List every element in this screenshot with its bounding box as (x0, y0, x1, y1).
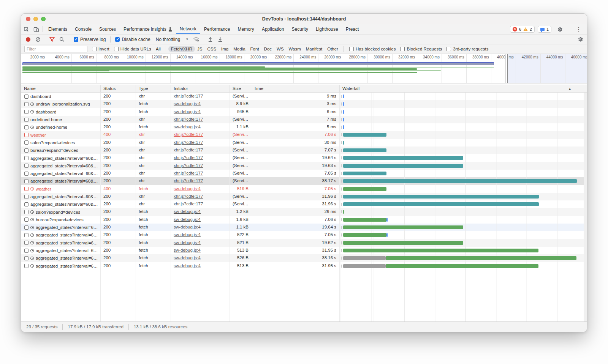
network-overview-timeline[interactable]: 2000 ms4000 ms6000 ms8000 ms10000 ms1200… (21, 54, 587, 84)
type-filter-all[interactable]: All (156, 47, 161, 51)
request-checkbox[interactable] (24, 210, 28, 214)
request-row[interactable]: aggregated_states?interval=60&…200xhrxhr… (21, 200, 587, 208)
request-checkbox[interactable] (24, 118, 28, 122)
checkbox-unchecked-icon[interactable] (92, 47, 97, 51)
column-header-time[interactable]: Time (251, 85, 340, 92)
close-window-button[interactable] (26, 17, 30, 21)
request-checkbox[interactable] (24, 195, 28, 199)
initiator-link[interactable]: xhr.js?cdfe:177 (174, 194, 203, 199)
hide-data-urls-label[interactable]: Hide data URLs (120, 47, 151, 51)
throttling-dropdown[interactable]: No throttling ▼ (156, 37, 189, 42)
request-row[interactable]: dashboard200xhrxhr.js?cdfe:177(Servi…9 m… (21, 93, 587, 100)
initiator-link[interactable]: xhr.js?cdfe:177 (174, 171, 203, 175)
minimize-window-button[interactable] (33, 17, 38, 21)
initiator-link[interactable]: xhr.js?cdfe:177 (174, 94, 203, 98)
request-row[interactable]: aggregated_states?interval=60&…200xhrxhr… (21, 170, 587, 177)
disable-cache-label[interactable]: Disable cache (122, 37, 150, 42)
type-filter-img[interactable]: Img (221, 47, 228, 51)
request-checkbox[interactable] (24, 164, 28, 168)
initiator-link[interactable]: sw-debug.js:4 (174, 109, 201, 114)
export-har-icon[interactable] (215, 35, 225, 44)
request-row[interactable]: undraw_personalization.svg200fetchsw-deb… (21, 100, 587, 108)
clear-network-log-button[interactable] (33, 35, 43, 44)
import-har-icon[interactable] (206, 35, 215, 44)
type-filter-wasm[interactable]: Wasm (289, 47, 301, 51)
request-row[interactable]: undefined-home200fetchsw-debug.js:41.1 k… (21, 123, 587, 131)
request-row[interactable]: salon?expand=devices200xhrxhr.js?cdfe:17… (21, 139, 587, 147)
type-filter-other[interactable]: Other (327, 47, 338, 51)
column-header-initiator[interactable]: Initiator (171, 85, 230, 92)
request-row[interactable]: dashboard200fetchsw-debug.js:4945 B6 ms (21, 108, 587, 116)
filter-funnel-icon[interactable] (48, 35, 57, 44)
request-checkbox[interactable] (24, 256, 28, 260)
blocked-requests-label[interactable]: Blocked Requests (407, 47, 442, 51)
request-row[interactable]: aggregated_states?interval=6…200fetchsw-… (21, 224, 587, 231)
type-filter-media[interactable]: Media (233, 47, 245, 51)
initiator-link[interactable]: sw-debug.js:4 (174, 255, 201, 260)
third-party-requests-checkbox[interactable]: 3rd-party requests (446, 47, 488, 51)
tab-application[interactable]: Application (258, 24, 288, 34)
preserve-log-checkbox[interactable]: Preserve log (74, 37, 106, 42)
type-filter-manifest[interactable]: Manifest (306, 47, 322, 51)
tab-network[interactable]: Network (176, 24, 200, 34)
request-row[interactable]: aggregated_states?interval=6…200fetchsw-… (21, 254, 587, 262)
overview-drag-handle[interactable] (505, 54, 508, 83)
tab-memory[interactable]: Memory (234, 24, 258, 34)
checkbox-unchecked-icon[interactable] (400, 47, 405, 51)
request-row[interactable]: aggregated_states?interval=6…200fetchsw-… (21, 247, 587, 254)
network-conditions-icon[interactable] (192, 35, 201, 44)
initiator-link[interactable]: xhr.js?cdfe:177 (174, 155, 203, 160)
initiator-link[interactable]: xhr.js?cdfe:177 (174, 148, 203, 152)
request-row[interactable]: aggregated_states?interval=60&…200xhrxhr… (21, 162, 587, 170)
request-checkbox[interactable] (24, 241, 28, 245)
type-filter-js[interactable]: JS (197, 47, 202, 51)
request-row[interactable]: undefined-home200xhrxhr.js?cdfe:177(Serv… (21, 116, 587, 123)
request-checkbox[interactable] (24, 233, 28, 237)
initiator-link[interactable]: sw-debug.js:4 (174, 240, 201, 245)
errors-warnings-badge[interactable]: ✕ 6 2 (510, 26, 535, 33)
initiator-link[interactable]: sw-debug.js:4 (174, 263, 201, 268)
column-header-status[interactable]: Status (101, 85, 136, 92)
type-filter-fetch-xhr[interactable]: Fetch/XHR (168, 46, 195, 52)
request-row[interactable]: aggregated_states?interval=60&…200xhrxhr… (21, 177, 587, 185)
request-row[interactable]: aggregated_states?interval=60&…200xhrxhr… (21, 193, 587, 200)
checkbox-unchecked-icon[interactable] (446, 47, 451, 51)
initiator-link[interactable]: sw-debug.js:4 (174, 209, 201, 214)
blocked-requests-checkbox[interactable]: Blocked Requests (400, 47, 442, 51)
record-network-log-button[interactable] (24, 35, 33, 44)
initiator-link[interactable]: sw-debug.js:4 (174, 232, 201, 237)
type-filter-ws[interactable]: WS (277, 47, 284, 51)
request-row[interactable]: aggregated_states?interval=6…200fetchsw-… (21, 239, 587, 247)
preserve-log-label[interactable]: Preserve log (80, 37, 106, 42)
request-row[interactable]: bureau?expand=devices200xhrxhr.js?cdfe:1… (21, 147, 587, 154)
tab-sources[interactable]: Sources (95, 24, 120, 34)
tab-performance[interactable]: Performance (200, 24, 234, 34)
request-checkbox[interactable] (24, 95, 28, 99)
tab-console[interactable]: Console (71, 24, 95, 34)
initiator-link[interactable]: xhr.js?cdfe:177 (174, 178, 203, 183)
request-checkbox[interactable] (24, 125, 28, 129)
request-row[interactable]: aggregated_states?interval=60&…200xhrxhr… (21, 154, 587, 162)
initiator-link[interactable]: sw-debug.js:4 (174, 225, 201, 229)
request-checkbox[interactable] (24, 179, 28, 183)
initiator-link[interactable]: xhr.js?cdfe:177 (174, 163, 203, 168)
request-row[interactable]: aggregated_states?interval=6…200fetchsw-… (21, 262, 587, 270)
initiator-link[interactable]: xhr.js?cdfe:177 (174, 140, 203, 145)
request-row[interactable]: bureau?expand=devices200fetchsw-debug.js… (21, 216, 587, 224)
tab-security[interactable]: Security (288, 24, 312, 34)
request-checkbox[interactable] (24, 217, 28, 222)
invert-checkbox[interactable]: Invert (92, 47, 109, 51)
issues-badge[interactable]: 1 (538, 26, 551, 33)
initiator-link[interactable]: sw-debug.js:4 (174, 124, 201, 129)
checkbox-unchecked-icon[interactable] (114, 47, 119, 51)
scrollbar-track[interactable] (584, 93, 587, 321)
request-checkbox[interactable] (24, 148, 28, 153)
initiator-link[interactable]: sw-debug.js:4 (174, 217, 201, 222)
tab-elements[interactable]: Elements (44, 24, 71, 34)
tab-lighthouse[interactable]: Lighthouse (312, 24, 342, 34)
request-checkbox[interactable] (24, 102, 28, 106)
kebab-menu-icon[interactable]: ⋮ (574, 25, 584, 33)
has-blocked-cookies-checkbox[interactable]: Has blocked cookies (349, 47, 396, 51)
tab-performance-insights[interactable]: Performance insights (120, 24, 176, 34)
request-checkbox[interactable] (24, 202, 28, 206)
